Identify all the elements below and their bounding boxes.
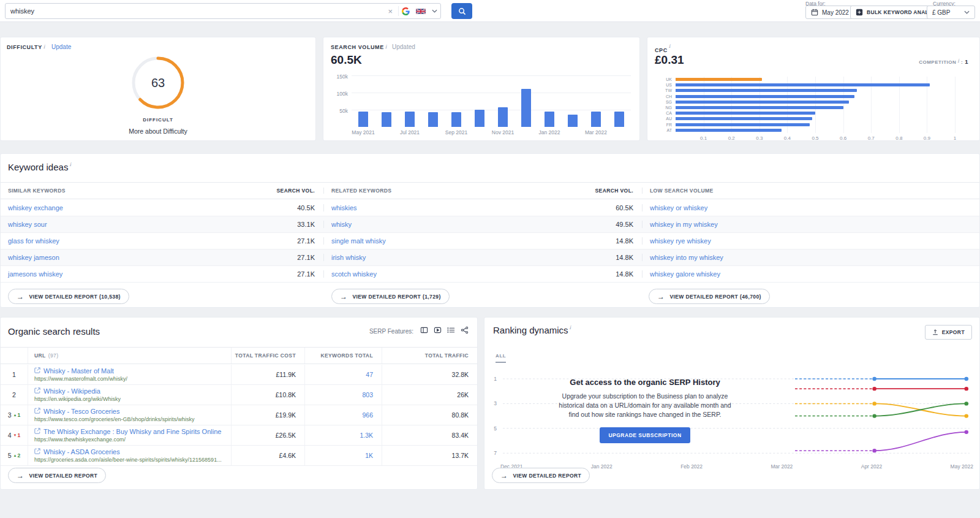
cpc-axis-tick: 1 <box>954 135 956 141</box>
volume-x-label <box>375 129 398 135</box>
ranking-report-button[interactable]: → VIEW DETAILED REPORT <box>492 468 590 483</box>
serp-feature-sitelinks-icon[interactable] <box>461 326 469 337</box>
volume-y-tick: 100k <box>328 91 348 97</box>
info-icon[interactable]: i <box>69 162 71 167</box>
result-rank: 3▲1 <box>1 405 28 425</box>
external-link-icon <box>34 448 40 455</box>
cpc-country-label: CA <box>656 111 672 115</box>
result-url: https://www.tesco.com/groceries/en-GB/sh… <box>34 416 195 422</box>
date-picker-value: May 2022 <box>822 9 849 16</box>
uk-flag-icon[interactable] <box>413 8 429 15</box>
currency-select[interactable]: £ GBP <box>927 6 975 19</box>
result-title-link[interactable]: Whisky - ASDA Groceries <box>34 448 120 455</box>
keyword-search-input[interactable] <box>6 7 382 15</box>
keywords-total-link[interactable]: 47 <box>304 365 382 384</box>
organic-result-row: 3▲1Whisky - Tesco Grocerieshttps://www.t… <box>1 405 477 425</box>
low-volume-keyword-link[interactable]: whiskey or whiskey <box>643 204 979 211</box>
chevron-down-icon <box>964 10 970 14</box>
related-keyword-link[interactable]: scotch whiskey <box>324 270 530 278</box>
similar-keyword-link[interactable]: jamesons whiskey <box>1 270 207 278</box>
more-about-difficulty-link[interactable]: More about Difficulty <box>1 128 315 135</box>
search-volume-card: SEARCH VOLUMEi Updated 60.5K 150k100k50k… <box>323 37 640 141</box>
result-title-link[interactable]: Whisky - Tesco Groceries <box>34 408 120 415</box>
similar-keyword-link[interactable]: whiskey exchange <box>1 204 207 211</box>
low-volume-keyword-link[interactable]: whiskey into my whiskey <box>643 254 979 261</box>
cpc-x-axis: 0.10.20.30.40.50.60.70.80.91 <box>676 135 955 143</box>
cpc-axis-tick: 0.4 <box>784 135 791 141</box>
low-volume-keyword-link[interactable]: whiskey in my whiskey <box>643 221 979 228</box>
keywords-total-link[interactable]: 1.3K <box>304 425 382 445</box>
volume-bar <box>428 112 438 127</box>
low-volume-keyword-link[interactable]: whiskey rye whiskey <box>643 237 979 245</box>
date-picker-button[interactable]: May 2022 <box>805 6 854 19</box>
volume-bar-slot <box>561 75 584 127</box>
cpc-country-row: SG <box>676 99 955 105</box>
keyword-ideas-row: jamesons whiskey27.1Kscotch whiskey14.8K… <box>1 266 979 283</box>
keyword-ideas-title: Keyword ideasi <box>8 162 71 172</box>
arrow-right-icon: → <box>657 293 665 300</box>
info-icon[interactable]: i <box>669 44 671 49</box>
volume-bar <box>475 110 484 127</box>
result-title-link[interactable]: Whisky - Wikipedia <box>34 387 100 395</box>
cpc-country-row: FR <box>676 122 955 128</box>
difficulty-update-link[interactable]: Update <box>51 44 71 50</box>
cpc-bar <box>676 117 812 120</box>
related-keyword-link[interactable]: single malt whisky <box>324 237 530 245</box>
cpc-bar-track <box>676 106 955 109</box>
related-keyword-link[interactable]: whisky <box>324 221 530 228</box>
cpc-country-label: AU <box>656 116 672 121</box>
google-icon[interactable] <box>399 7 413 15</box>
tab-all[interactable]: ALL <box>496 353 506 363</box>
info-icon[interactable]: i <box>570 325 571 330</box>
similar-keyword-link[interactable]: whiskey jameson <box>1 254 207 261</box>
serp-feature-video-icon[interactable] <box>434 326 442 337</box>
similar-keyword-link[interactable]: whiskey sour <box>1 221 207 228</box>
line-blue-point <box>964 377 968 381</box>
result-title-link[interactable]: The Whisky Exchange : Buy Whisky and Fin… <box>34 428 221 435</box>
clear-search-icon[interactable]: × <box>382 7 398 16</box>
volume-bar-slot <box>584 75 608 127</box>
result-title-link[interactable]: Whisky - Master of Malt <box>34 367 114 375</box>
related-keyword-link[interactable]: irish whisky <box>324 254 530 261</box>
similar-keywords-report-button[interactable]: → VIEW DETAILED REPORT (10,538) <box>8 289 129 304</box>
ranking-x-tick: Jan 2022 <box>591 463 612 470</box>
keywords-total-link[interactable]: 966 <box>304 405 382 425</box>
cpc-bar-track <box>676 123 955 126</box>
info-icon[interactable]: i <box>43 44 45 50</box>
keywords-total-link[interactable]: 1K <box>304 446 382 465</box>
cpc-country-row: CH <box>676 94 955 99</box>
traffic-cost-value: £26.5K <box>231 425 304 445</box>
info-icon[interactable]: i <box>957 58 959 64</box>
search-button[interactable] <box>451 3 472 19</box>
ranking-x-tick: Feb 2022 <box>680 463 703 470</box>
export-button[interactable]: EXPORT <box>925 325 972 340</box>
cpc-gridline <box>955 77 956 133</box>
serp-feature-snippet-icon[interactable] <box>420 326 428 337</box>
cpc-axis-tick: 0.9 <box>924 135 930 141</box>
info-icon[interactable]: i <box>385 44 387 50</box>
similar-keyword-volume: 40.5K <box>207 204 324 211</box>
cpc-bar <box>676 101 849 104</box>
volume-bar-slot <box>491 75 514 127</box>
low-volume-report-button[interactable]: → VIEW DETAILED REPORT (46,700) <box>649 289 770 304</box>
volume-bar-slot <box>514 75 538 127</box>
related-keyword-link[interactable]: whiskies <box>324 204 530 211</box>
related-keywords-report-button[interactable]: → VIEW DETAILED REPORT (1,729) <box>331 289 450 304</box>
volume-bar-slot <box>538 75 561 127</box>
cpc-country-row: AU <box>676 116 955 121</box>
traffic-cost-value: £11.9K <box>231 365 304 384</box>
result-url-cell: Whisky - Tesco Grocerieshttps://www.tesc… <box>28 405 231 425</box>
similar-keyword-link[interactable]: glass for whiskey <box>1 237 207 245</box>
ranking-dynamics-title: Ranking dynamicsi <box>493 325 571 335</box>
serp-feature-list-icon[interactable] <box>447 326 455 337</box>
keywords-total-link[interactable]: 803 <box>304 385 382 405</box>
upgrade-subscription-button[interactable]: UPGRADE SUBSCRIPTION <box>600 427 690 443</box>
volume-y-tick: 150k <box>328 74 348 80</box>
organic-report-button[interactable]: → VIEW DETAILED REPORT <box>8 468 106 483</box>
ranking-x-tick: Mar 2022 <box>771 463 793 470</box>
cpc-bar <box>676 129 782 132</box>
low-volume-keyword-link[interactable]: whiskey galore whiskey <box>643 270 979 278</box>
cpc-card: CPCi £0.31 COMPETITIONi :1 UKUSTWCHSGNGC… <box>647 37 980 141</box>
cpc-country-label: US <box>656 83 672 87</box>
search-engine-chevron-icon[interactable] <box>429 9 440 13</box>
